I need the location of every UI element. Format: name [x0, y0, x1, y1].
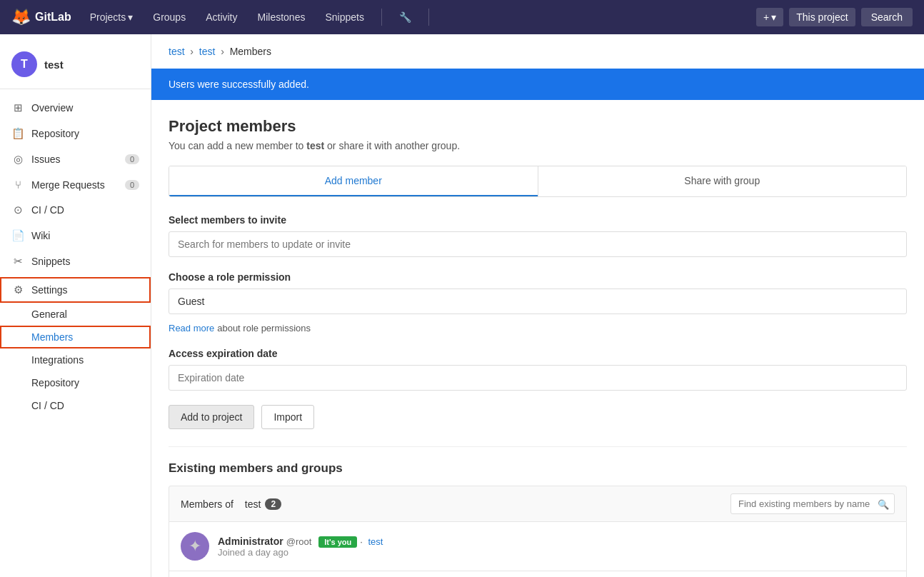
cicd-icon: ⊙ — [11, 204, 24, 216]
existing-members-section: Existing members and groups Members of t… — [169, 446, 907, 577]
role-permission-label: Choose a role permission — [169, 271, 907, 283]
table-row: ✦ Administrator @root It's you · test Jo… — [169, 522, 907, 571]
table-row: ✦ xiaoming @xiaoming Joined 13 minutes a… — [169, 571, 907, 577]
sidebar-username: test — [44, 59, 64, 71]
nav-groups[interactable]: Groups — [146, 7, 193, 27]
main-content: test › test › Members Users were success… — [151, 34, 924, 577]
success-banner: Users were successfully added. — [151, 69, 924, 100]
gitlab-wordmark: GitLab — [35, 11, 71, 24]
overview-icon: ⊞ — [11, 101, 24, 114]
tab-share-with-group[interactable]: Share with group — [538, 166, 907, 196]
nav-search-button[interactable]: Search — [861, 8, 913, 26]
member-name: Administrator — [218, 536, 283, 547]
members-search-input[interactable] — [730, 493, 895, 514]
dot-separator: · — [360, 536, 365, 547]
import-button[interactable]: Import — [261, 405, 314, 429]
sidebar-item-integrations[interactable]: Integrations — [0, 348, 151, 371]
issues-icon: ◎ — [11, 153, 24, 166]
sidebar-item-settings[interactable]: ⚙ Settings — [0, 277, 151, 303]
tabs-container: Add member Share with group — [169, 166, 907, 197]
issues-badge: 0 — [125, 154, 139, 164]
role-permission-section: Choose a role permission Guest Read more… — [169, 271, 907, 333]
members-of-label: Members of test 2 — [181, 498, 281, 510]
read-more-link[interactable]: Read more — [169, 323, 214, 333]
members-count-badge: 2 — [265, 498, 281, 510]
gitlab-fox-icon: 🦊 — [11, 8, 31, 26]
sidebar-item-merge-requests[interactable]: ⑂ Merge Requests 0 — [0, 172, 151, 197]
avatar: ✦ — [181, 532, 209, 561]
sidebar-item-overview[interactable]: ⊞ Overview — [0, 95, 151, 121]
member-project-link[interactable]: test — [368, 536, 383, 547]
sidebar: T test ⊞ Overview 📋 Repository ◎ Issues … — [0, 34, 151, 577]
breadcrumb-test-2[interactable]: test — [199, 46, 216, 57]
chevron-down-icon: ▾ — [128, 11, 133, 23]
sidebar-item-repository[interactable]: Repository — [0, 371, 151, 394]
sidebar-user-profile[interactable]: T test — [0, 46, 151, 89]
gitlab-logo[interactable]: 🦊 GitLab — [11, 8, 71, 26]
form-buttons: Add to project Import — [169, 405, 907, 429]
sidebar-item-wiki[interactable]: 📄 Wiki — [0, 223, 151, 249]
expiration-section: Access expiration date — [169, 348, 907, 391]
avatar: T — [11, 51, 37, 77]
members-search-wrapper: 🔍 — [730, 493, 895, 514]
select-members-label: Select members to invite — [169, 214, 907, 226]
nav-activity[interactable]: Activity — [199, 7, 244, 27]
nav-wrench-icon[interactable]: 🔧 — [392, 7, 418, 27]
sidebar-item-general[interactable]: General — [0, 303, 151, 326]
nav-projects[interactable]: Projects ▾ — [83, 7, 141, 27]
expiration-input[interactable] — [169, 365, 907, 391]
breadcrumb-test-1[interactable]: test — [169, 46, 185, 57]
expiration-label: Access expiration date — [169, 348, 907, 359]
repository-icon: 📋 — [11, 127, 24, 140]
breadcrumb-current: Members — [230, 46, 271, 57]
select-members-section: Select members to invite — [169, 214, 907, 257]
role-link-suffix: about role permissions — [217, 323, 311, 333]
breadcrumb: test › test › Members — [151, 34, 924, 69]
existing-members-title: Existing members and groups — [169, 461, 907, 476]
its-you-badge: It's you — [318, 536, 357, 548]
sidebar-item-members[interactable]: Members — [0, 326, 151, 348]
nav-divider-2 — [428, 9, 429, 26]
snippets-icon: ✂ — [11, 255, 24, 268]
role-select[interactable]: Guest — [169, 288, 907, 314]
merge-requests-icon: ⑂ — [11, 179, 24, 191]
tab-add-member[interactable]: Add member — [169, 166, 538, 196]
nav-this-project-button[interactable]: This project — [789, 8, 855, 26]
sidebar-item-snippets[interactable]: ✂ Snippets — [0, 249, 151, 274]
select-members-input[interactable] — [169, 231, 907, 257]
member-info: Administrator @root It's you · test Join… — [218, 536, 895, 558]
search-icon: 🔍 — [878, 498, 889, 509]
add-to-project-button[interactable]: Add to project — [169, 405, 254, 429]
nav-plus-button[interactable]: + ▾ — [756, 8, 783, 26]
nav-divider-1 — [381, 9, 382, 26]
sidebar-item-cicd[interactable]: ⊙ CI / CD — [0, 197, 151, 223]
merge-requests-badge: 0 — [125, 180, 139, 190]
page-subtitle: You can add a new member to test or shar… — [169, 140, 907, 151]
top-navigation: 🦊 GitLab Projects ▾ Groups Activity Mile… — [0, 0, 924, 34]
sidebar-item-repository[interactable]: 📋 Repository — [0, 121, 151, 146]
members-table-header: Members of test 2 🔍 — [169, 486, 907, 522]
settings-gear-icon: ⚙ — [11, 284, 24, 296]
wiki-icon: 📄 — [11, 229, 24, 242]
sidebar-item-issues[interactable]: ◎ Issues 0 — [0, 146, 151, 172]
sidebar-item-cicd-settings[interactable]: CI / CD — [0, 394, 151, 417]
nav-milestones[interactable]: Milestones — [251, 7, 313, 27]
page-title: Project members — [169, 117, 907, 136]
member-handle: @root — [286, 536, 312, 547]
member-joined: Joined a day ago — [218, 547, 895, 558]
nav-snippets[interactable]: Snippets — [318, 7, 371, 27]
chevron-down-icon: ▾ — [771, 11, 776, 23]
